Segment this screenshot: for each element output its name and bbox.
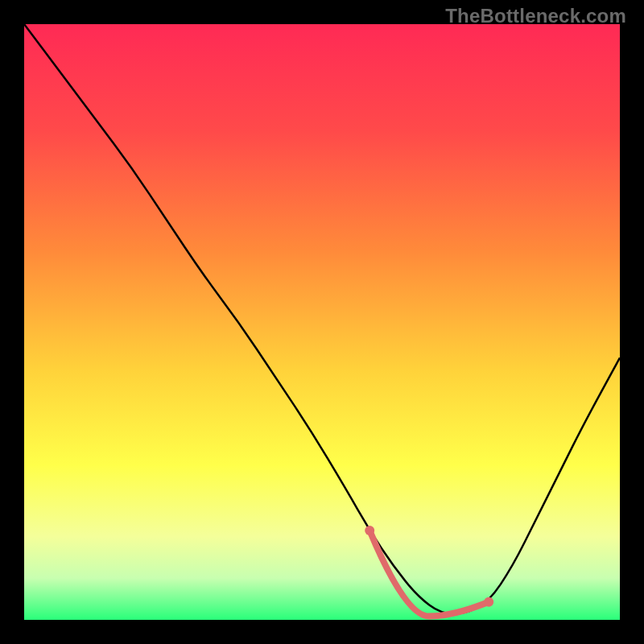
bottleneck-chart (24, 24, 620, 620)
plot-area (24, 24, 620, 620)
chart-frame: TheBottleneck.com (0, 0, 644, 644)
optimal-range-end-dot (484, 597, 493, 607)
optimal-range-start-dot (365, 526, 374, 535)
